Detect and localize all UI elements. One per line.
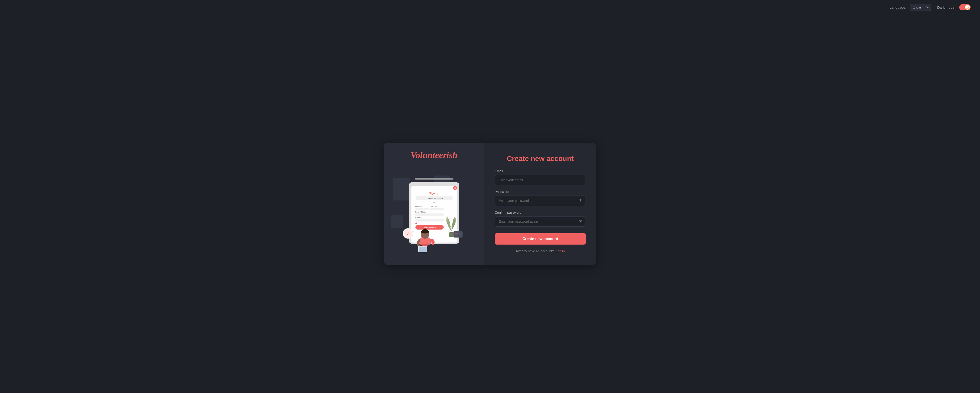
password-label: Password: [495, 190, 586, 194]
language-selector[interactable]: EnglishSpanishFrenchGerman: [910, 4, 931, 11]
top-bar: Language: EnglishSpanishFrenchGerman Dar…: [0, 0, 980, 14]
svg-text:Sign up: Sign up: [429, 191, 439, 195]
toggle-knob: 🌙: [965, 5, 970, 10]
illustration: × Sign up ⊙ Sign up with Google or Full …: [388, 166, 480, 260]
svg-point-30: [423, 228, 427, 232]
email-group: Email: [495, 169, 586, 185]
svg-point-23: [415, 223, 417, 225]
svg-text:×: ×: [454, 187, 456, 189]
email-input[interactable]: [495, 175, 586, 185]
svg-text:Create Account: Create Account: [423, 227, 436, 228]
svg-text:⊙ Sign up with Google: ⊙ Sign up with Google: [425, 197, 443, 199]
svg-text:Full Name: Full Name: [415, 206, 423, 207]
moon-icon: 🌙: [966, 6, 969, 9]
login-link-row: Already have an account? Log in: [495, 249, 586, 253]
svg-rect-26: [449, 232, 453, 237]
password-group: Password 👁: [495, 190, 586, 206]
already-account-text: Already have an account?: [516, 249, 554, 253]
svg-rect-5: [415, 177, 453, 179]
svg-rect-17: [415, 208, 429, 210]
language-dropdown[interactable]: EnglishSpanishFrenchGerman: [910, 4, 931, 11]
svg-text:Password: Password: [415, 217, 423, 219]
svg-text:Username: Username: [431, 206, 438, 207]
svg-rect-3: [391, 216, 403, 228]
confirm-password-label: Confirm password: [495, 211, 586, 214]
password-input-wrapper: 👁: [495, 196, 586, 206]
svg-rect-37: [455, 233, 458, 235]
svg-text:✓: ✓: [406, 231, 410, 236]
confirm-password-input[interactable]: [495, 216, 586, 227]
brand-name: Volunteerish: [411, 150, 458, 160]
main-content: Volunteerish ×: [0, 14, 980, 393]
illustration-svg: × Sign up ⊙ Sign up with Google or Full …: [388, 166, 480, 260]
confirm-input-wrapper: 👁: [495, 216, 586, 227]
svg-text:or: or: [433, 201, 435, 204]
create-account-button[interactable]: Create new account: [495, 233, 586, 244]
password-eye-icon[interactable]: 👁: [579, 199, 582, 203]
login-link[interactable]: Log in: [556, 249, 565, 253]
svg-rect-18: [430, 208, 444, 210]
form-title: Create new account: [495, 155, 586, 163]
left-panel: Volunteerish ×: [384, 143, 484, 265]
card-container: Volunteerish ×: [384, 143, 596, 265]
toggle-switch[interactable]: 🌙: [959, 4, 970, 10]
svg-rect-36: [453, 231, 463, 238]
dark-mode-label: Dark mode:: [937, 5, 956, 10]
svg-rect-32: [419, 247, 426, 252]
email-input-wrapper: [495, 175, 586, 185]
confirm-password-group: Confirm password 👁: [495, 211, 586, 227]
right-panel: Create new account Email Password 👁 Conf…: [484, 143, 596, 265]
svg-rect-22: [415, 219, 444, 222]
email-label: Email: [495, 169, 586, 173]
language-label: Language:: [889, 5, 907, 10]
password-input[interactable]: [495, 196, 586, 206]
dark-mode-toggle[interactable]: 🌙: [959, 4, 970, 10]
svg-rect-20: [415, 214, 444, 216]
svg-rect-0: [393, 177, 410, 201]
confirm-eye-icon[interactable]: 👁: [579, 219, 582, 223]
svg-text:Email Address: Email Address: [415, 211, 426, 213]
